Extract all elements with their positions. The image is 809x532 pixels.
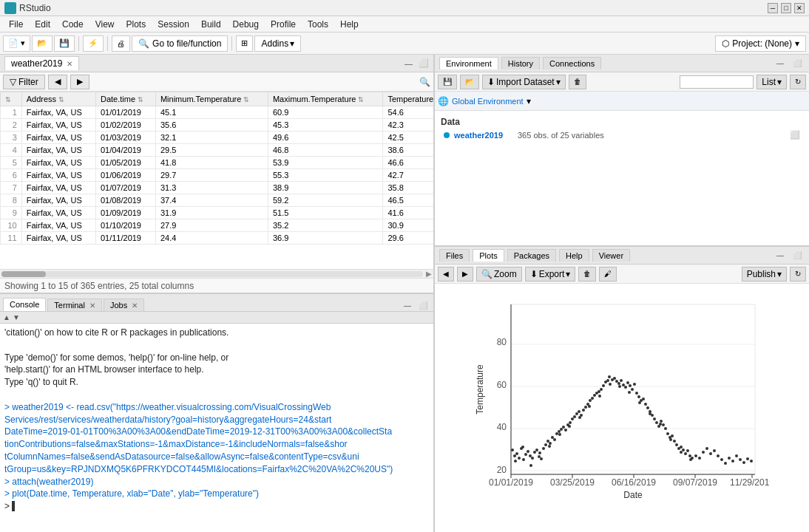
env-refresh-btn[interactable]: ↻ (790, 75, 806, 89)
env-minimize[interactable]: — (774, 58, 787, 69)
env-search-input[interactable] (680, 75, 754, 89)
filter-bar: ▽ Filter ◀ ▶ 🔍 (0, 72, 433, 92)
tab-environment[interactable]: Environment (439, 57, 498, 69)
env-dataset-name[interactable]: weather2019 (454, 131, 513, 140)
horiz-scrollbar[interactable]: ▶ (0, 269, 433, 278)
tab-history[interactable]: History (501, 57, 540, 69)
save-btn[interactable]: 💾 (54, 35, 75, 52)
prev-page-btn[interactable]: ◀ (48, 75, 67, 89)
env-list-btn[interactable]: List ▾ (756, 75, 787, 89)
plots-forward-btn[interactable]: ▶ (457, 267, 473, 282)
jobs-close[interactable]: ✕ (132, 301, 138, 310)
scroll-thumb[interactable] (1, 271, 46, 277)
col-address[interactable]: Address ⇅ (21, 92, 95, 106)
menu-plots[interactable]: Plots (121, 18, 152, 31)
env-clear-btn[interactable]: 🗑 (569, 75, 586, 89)
svg-point-120 (659, 423, 662, 426)
menu-view[interactable]: View (89, 18, 121, 31)
table-row: 6 Fairfax, VA, US 01/06/2019 29.7 55.3 4… (1, 169, 434, 182)
menu-tools[interactable]: Tools (302, 18, 334, 31)
knit-btn[interactable]: ⚡ (83, 35, 104, 52)
clear-plots-btn[interactable]: 🖌 (599, 267, 617, 282)
console-expand[interactable]: ⬜ (416, 300, 430, 311)
plots-back-btn[interactable]: ◀ (438, 267, 454, 282)
project-btn[interactable]: ⬡ Project: (None) ▾ (715, 35, 806, 52)
col-mintemp[interactable]: Minimum.Temperature ⇅ (155, 92, 268, 106)
table-row: 2 Fairfax, VA, US 01/02/2019 35.6 45.3 4… (1, 119, 434, 132)
tab-packages[interactable]: Packages (507, 249, 556, 262)
maximize-btn[interactable]: □ (781, 3, 791, 13)
col-temp[interactable]: Temperature ⇅ (383, 92, 433, 106)
import-dataset-btn[interactable]: ⬇ Import Dataset ▾ (482, 75, 566, 89)
svg-point-30 (527, 450, 529, 453)
console-line-readcsv: > weather2019 <- read.csv("https://weath… (4, 401, 429, 476)
svg-point-25 (515, 452, 518, 455)
tab-viewer[interactable]: Viewer (592, 249, 630, 262)
tab-jobs[interactable]: Jobs ✕ (104, 299, 144, 311)
data-viewer-tab[interactable]: weather2019 ✕ (4, 56, 79, 70)
cell-maxtemp: 53.9 (268, 157, 382, 169)
menu-session[interactable]: Session (152, 18, 195, 31)
cell-address: Fairfax, VA, US (21, 132, 95, 144)
delete-plot-btn[interactable]: 🗑 (578, 267, 596, 282)
console-content[interactable]: 'citation()' on how to cite R or R packa… (0, 324, 433, 532)
right-panel: Environment History Connections — ⬜ 💾 📂 … (435, 55, 809, 532)
close-btn[interactable]: ✕ (794, 3, 805, 13)
scroll-right-arrow[interactable]: ▶ (426, 270, 432, 278)
menu-code[interactable]: Code (56, 18, 89, 31)
zoom-btn[interactable]: 🔍 Zoom (476, 267, 522, 282)
tab-plots[interactable]: Plots (473, 249, 504, 262)
console-down-btn[interactable]: ▼ (13, 313, 20, 321)
publish-btn[interactable]: Publish ▾ (742, 267, 787, 282)
plots-minimize[interactable]: — (774, 250, 787, 261)
menu-help[interactable]: Help (334, 18, 365, 31)
env-save-btn[interactable]: 💾 (438, 75, 457, 89)
minimize-btn[interactable]: ─ (768, 3, 778, 13)
menu-profile[interactable]: Profile (265, 18, 302, 31)
cell-maxtemp: 45.3 (268, 119, 382, 132)
filter-btn[interactable]: ▽ Filter (3, 75, 45, 89)
svg-point-115 (608, 375, 611, 378)
plots-refresh-btn[interactable]: ↻ (790, 267, 806, 282)
goto-btn[interactable]: 🔍 Go to file/function (132, 35, 228, 52)
cell-mintemp: 27.9 (155, 219, 268, 232)
col-maxtemp[interactable]: Maximum.Temperature ⇅ (268, 92, 382, 106)
layout-btn[interactable]: ⊞ (236, 35, 253, 52)
console-up-btn[interactable]: ▲ (3, 313, 10, 321)
open-btn[interactable]: 📂 (32, 35, 53, 52)
tab-console[interactable]: Console (3, 298, 46, 311)
console-minimize[interactable]: — (401, 300, 414, 311)
console-blank1 (4, 339, 429, 352)
export-chevron: ▾ (566, 269, 570, 279)
print-btn[interactable]: 🖨 (112, 35, 130, 52)
addins-btn[interactable]: Addins ▾ (254, 35, 301, 52)
tab-terminal[interactable]: Terminal ✕ (47, 299, 102, 311)
data-viewer-minimize[interactable]: — (404, 59, 413, 68)
menu-edit[interactable]: Edit (29, 18, 56, 31)
export-btn[interactable]: ⬇ Export ▾ (525, 267, 576, 282)
svg-point-134 (731, 460, 734, 463)
env-row-expand[interactable]: ⬜ (790, 130, 800, 140)
cell-date: 01/07/2019 (95, 182, 155, 194)
col-datetime[interactable]: Date.time ⇅ (95, 92, 155, 106)
env-expand[interactable]: ⬜ (790, 58, 805, 69)
svg-point-29 (524, 453, 527, 456)
menu-build[interactable]: Build (195, 18, 227, 31)
cell-date: 01/02/2019 (95, 119, 155, 132)
menu-debug[interactable]: Debug (227, 18, 265, 31)
plots-expand[interactable]: ⬜ (790, 250, 805, 261)
svg-point-90 (660, 420, 663, 423)
tab-help[interactable]: Help (559, 249, 589, 262)
new-file-btn[interactable]: 📄 ▾ (3, 35, 30, 52)
terminal-close[interactable]: ✕ (89, 301, 95, 310)
next-page-btn[interactable]: ▶ (70, 75, 89, 89)
data-viewer-expand[interactable]: ⬜ (419, 58, 429, 68)
table-search-icon[interactable]: 🔍 (419, 77, 430, 87)
env-load-btn[interactable]: 📂 (460, 75, 479, 89)
tab-files[interactable]: Files (439, 249, 470, 262)
data-table-container[interactable]: ⇅ Address ⇅ Date.time ⇅ Minimum.Temperat… (0, 92, 433, 269)
window-controls[interactable]: ─ □ ✕ (768, 3, 805, 13)
data-viewer-close[interactable]: ✕ (67, 60, 72, 68)
tab-connections[interactable]: Connections (543, 57, 601, 69)
menu-file[interactable]: File (3, 18, 29, 31)
